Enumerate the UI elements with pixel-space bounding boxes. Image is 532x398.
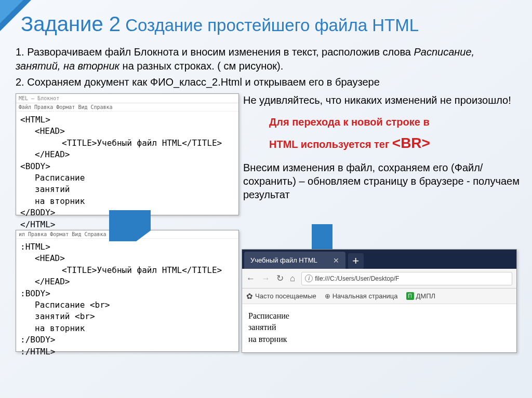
notepad-titlebar: MEL — Блокнот: [16, 94, 238, 103]
bookmark-dmpl[interactable]: П ДМПЛ: [406, 292, 436, 300]
bookmark-badge-icon: П: [406, 292, 414, 300]
forward-icon[interactable]: →: [261, 273, 270, 284]
svg-line-1: [119, 213, 130, 234]
code-line: <BODY>: [20, 161, 234, 172]
br-tag-example: <BR>: [392, 135, 430, 151]
code-line: занятий: [20, 184, 234, 195]
browser-window: Учебный файл HTML ✕ + ← → ↻ ⌂ i file:///…: [242, 249, 517, 353]
notepad-body: :HTML> <HEAD> <TITLE>Учебный файл HTML</…: [16, 239, 238, 360]
code-line: </HEAD>: [20, 149, 234, 160]
reload-icon[interactable]: ↻: [276, 273, 284, 284]
content-line: Расписание: [248, 310, 510, 322]
code-line: на вторник: [20, 196, 234, 207]
code-line: <TITLE>Учебный файл HTML</TITLE>: [20, 265, 234, 276]
back-icon[interactable]: ←: [246, 273, 255, 284]
surprise-text: Не удивляйтесь, что никаких изменений не…: [243, 93, 531, 107]
side-explanation: Не удивляйтесь, что никаких изменений не…: [243, 93, 531, 201]
br-tip: Для перехода к новой строке в HTML испол…: [243, 113, 531, 156]
notepad-window-after: ил Правка Формат Вид Справка :HTML> <HEA…: [16, 230, 239, 352]
code-line: :/HTML>: [20, 346, 234, 358]
action-text: Внесим изменения в файл, сохраняем его (…: [243, 161, 531, 201]
info-icon[interactable]: i: [305, 275, 313, 282]
tab-close-icon[interactable]: ✕: [333, 256, 339, 265]
title-prefix: Задание 2: [21, 12, 121, 35]
instruction-1: 1. Разворачиваем файл Блокнота и вносим …: [16, 45, 516, 73]
browser-toolbar: ← → ↻ ⌂ i file:///C:/Users/User/Desktop/…: [242, 269, 516, 289]
title-rest: Создание простейшего файла HTML: [121, 16, 419, 35]
content-line: на вторник: [248, 334, 510, 345]
url-bar[interactable]: i file:///C:/Users/User/Desktop/F: [301, 272, 512, 285]
slide-title: Задание 2 Создание простейшего файла HTM…: [0, 0, 532, 45]
bookmark-frequent[interactable]: ✿ Часто посещаемые: [246, 292, 316, 301]
notepad-window-before: MEL — Блокнот Файл Правка Формат Вид Спр…: [16, 93, 239, 215]
code-line: <HTML>: [20, 114, 234, 126]
browser-viewport: Расписание занятий на вторник: [242, 304, 516, 351]
home-icon[interactable]: ⌂: [290, 273, 295, 284]
new-tab-button[interactable]: +: [348, 253, 364, 269]
notepad-menu: Файл Правка Формат Вид Справка: [16, 103, 238, 112]
browser-tab[interactable]: Учебный файл HTML ✕: [244, 252, 345, 269]
globe-icon: ⊕: [325, 292, 330, 300]
code-line: <HEAD>: [20, 253, 234, 264]
bookmark-startpage[interactable]: ⊕ Начальная страница: [325, 292, 398, 300]
tab-title: Учебный файл HTML: [250, 256, 317, 264]
code-line: </HEAD>: [20, 276, 234, 287]
code-line: на вторник: [20, 323, 234, 334]
url-text: file:///C:/Users/User/Desktop/F: [315, 275, 399, 282]
arrow-down-left-icon: [109, 210, 151, 241]
browser-tabstrip: Учебный файл HTML ✕ +: [242, 250, 516, 269]
code-line: занятий <br>: [20, 311, 234, 322]
code-line: Расписание <br>: [20, 299, 234, 311]
gear-icon: ✿: [246, 292, 253, 301]
code-line: :/BODY>: [20, 334, 234, 346]
code-line: Расписание: [20, 172, 234, 184]
instruction-2: 2. Сохраняем документ как ФИО_класс_2.Ht…: [16, 75, 516, 89]
code-line: <TITLE>Учебный файл HTML</TITLE>: [20, 138, 234, 149]
code-line: :BODY>: [20, 288, 234, 299]
content-line: занятий: [248, 322, 510, 333]
code-line: <HEAD>: [20, 126, 234, 137]
corner-decoration: [0, 0, 31, 31]
code-line: :HTML>: [20, 241, 234, 253]
bookmarks-bar: ✿ Часто посещаемые ⊕ Начальная страница …: [242, 289, 516, 304]
